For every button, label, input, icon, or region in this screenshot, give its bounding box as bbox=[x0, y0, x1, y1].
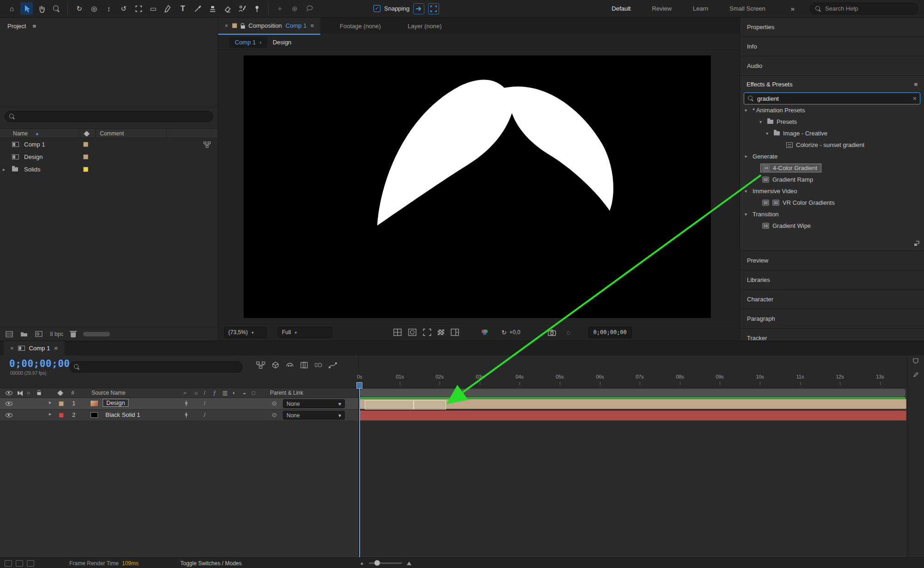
solo-column-icon[interactable]: ○ bbox=[27, 390, 30, 396]
layer-bar-design[interactable] bbox=[360, 399, 906, 409]
eye-icon[interactable] bbox=[6, 402, 12, 406]
layer-label-chip[interactable] bbox=[59, 401, 64, 406]
quality-toggle[interactable]: / bbox=[204, 400, 206, 407]
orbit-camera-tool[interactable]: ↻ bbox=[73, 2, 86, 15]
current-timecode[interactable]: 0;00;00;00 bbox=[9, 358, 70, 369]
tree-folder-presets[interactable]: ▾ Presets bbox=[740, 116, 924, 128]
composition-canvas[interactable] bbox=[244, 55, 711, 318]
axis-mode-world[interactable]: ⊕ bbox=[288, 2, 301, 15]
panel-info[interactable]: Info bbox=[740, 37, 924, 56]
lock-icon[interactable] bbox=[241, 25, 245, 29]
panel-tracker[interactable]: Tracker bbox=[740, 329, 924, 341]
tree-effect-4-color-gradient[interactable]: 16 4-Color Gradient bbox=[740, 162, 924, 174]
tree-folder-image-creative[interactable]: ▾ Image - Creative bbox=[740, 128, 924, 139]
layer-label-chip[interactable] bbox=[59, 413, 64, 418]
close-icon[interactable]: × bbox=[225, 22, 228, 29]
toggle-switches-modes-button[interactable]: Toggle Switches / Modes bbox=[180, 558, 242, 568]
project-search-input[interactable] bbox=[18, 113, 209, 120]
channels-button[interactable] bbox=[480, 329, 490, 336]
layer-row-design[interactable]: ▸ 1 Design / ⊙ None ▾ bbox=[0, 398, 358, 409]
label-column-icon[interactable] bbox=[57, 390, 63, 396]
project-search[interactable] bbox=[5, 111, 213, 122]
puppet-pin-tool[interactable] bbox=[251, 2, 263, 15]
hide-shy-layers-button[interactable] bbox=[285, 361, 294, 369]
column-index[interactable]: # bbox=[71, 390, 74, 396]
eraser-tool[interactable] bbox=[221, 2, 233, 15]
column-name[interactable]: Name bbox=[13, 130, 28, 137]
caret-down-icon[interactable]: ▾ bbox=[745, 212, 749, 217]
layer-row-black-solid[interactable]: ▸ 2 Black Solid 1 / ⊙ None ▾ bbox=[0, 409, 358, 421]
label-color-chip[interactable] bbox=[83, 167, 88, 172]
snapshot-button[interactable] bbox=[547, 329, 557, 336]
column-source-name[interactable]: Source Name bbox=[92, 390, 125, 396]
mini-flowchart-button[interactable] bbox=[256, 361, 266, 369]
panel-paragraph[interactable]: Paragraph bbox=[740, 309, 924, 329]
breadcrumb-comp-button[interactable]: Comp 1 ‹ bbox=[229, 37, 267, 48]
dolly-camera-tool[interactable]: ↕ bbox=[103, 2, 115, 15]
help-search[interactable] bbox=[810, 3, 918, 14]
expand-layer-switches-button[interactable] bbox=[5, 560, 12, 567]
caret-down-icon[interactable]: ▾ bbox=[759, 119, 764, 124]
zoom-in-timeline-icon[interactable] bbox=[407, 562, 411, 565]
motion-blur-button[interactable] bbox=[314, 361, 323, 369]
brush-tool[interactable] bbox=[191, 2, 204, 15]
help-search-input[interactable] bbox=[825, 5, 913, 12]
eye-icon[interactable] bbox=[6, 413, 12, 417]
selection-tool[interactable] bbox=[20, 2, 33, 15]
playhead-handle[interactable] bbox=[356, 382, 362, 389]
project-row-design[interactable]: Design bbox=[0, 151, 218, 163]
color-depth-button[interactable]: 8 bpc bbox=[50, 331, 63, 337]
pickwhip-icon[interactable]: ⊙ bbox=[272, 411, 277, 418]
shy-column-icon[interactable]: ⌐ bbox=[184, 390, 187, 396]
new-composition-icon[interactable] bbox=[35, 331, 43, 337]
column-comment[interactable]: Comment bbox=[100, 130, 124, 137]
expand-inout-panes-button[interactable] bbox=[27, 560, 34, 567]
tree-group-animation-presets[interactable]: ▾ * Animation Presets bbox=[740, 104, 924, 116]
clone-stamp-tool[interactable] bbox=[206, 2, 219, 15]
tree-group-generate[interactable]: ▾ Generate bbox=[740, 151, 924, 162]
caret-down-icon[interactable]: ▾ bbox=[745, 189, 749, 194]
tree-effect-gradient-wipe[interactable]: 16 Gradient Wipe bbox=[740, 220, 924, 232]
trash-icon[interactable] bbox=[71, 332, 76, 337]
layer-bar-black-solid[interactable] bbox=[360, 410, 906, 421]
panel-character[interactable]: Character bbox=[740, 290, 924, 309]
tab-layer[interactable]: Layer (none) bbox=[400, 18, 449, 35]
expander-icon[interactable]: ▸ bbox=[49, 400, 51, 405]
workspace-tab-small-screen[interactable]: Small Screen bbox=[729, 5, 765, 12]
timeline-search-input[interactable] bbox=[83, 364, 239, 370]
frame-blending-button[interactable] bbox=[300, 361, 309, 369]
close-icon[interactable]: × bbox=[10, 345, 14, 352]
hand-tool[interactable] bbox=[35, 2, 48, 15]
work-area-bar[interactable] bbox=[358, 388, 907, 398]
label-column-icon[interactable] bbox=[84, 131, 90, 137]
layer-name[interactable]: Design bbox=[103, 399, 129, 407]
workspace-tab-review[interactable]: Review bbox=[652, 5, 672, 12]
zoom-out-timeline-icon[interactable] bbox=[361, 562, 364, 564]
zoom-tool[interactable] bbox=[50, 2, 62, 15]
time-ruler[interactable]: 0s 01s 02s 03s 04s 05s 06s 07s 08s 09s 1… bbox=[358, 355, 907, 388]
panel-properties[interactable]: Properties bbox=[740, 18, 924, 37]
project-row-comp1[interactable]: Comp 1 bbox=[0, 138, 218, 151]
lock-column-icon[interactable] bbox=[37, 392, 41, 395]
tree-group-transition[interactable]: ▾ Transition bbox=[740, 208, 924, 220]
panel-preview[interactable]: Preview bbox=[740, 251, 924, 270]
clear-search-icon[interactable]: × bbox=[913, 95, 917, 102]
panel-audio[interactable]: Audio bbox=[740, 56, 924, 76]
caret-down-icon[interactable]: ▾ bbox=[745, 154, 749, 159]
resolution-dropdown[interactable]: Full ▾ bbox=[278, 327, 332, 338]
pan-camera-tool[interactable]: ◎ bbox=[88, 2, 100, 15]
axis-mode-local[interactable]: ⌖ bbox=[274, 2, 286, 15]
label-color-chip[interactable] bbox=[83, 142, 88, 147]
column-parent-link[interactable]: Parent & Link bbox=[270, 390, 303, 396]
snap-options-button[interactable] bbox=[428, 3, 439, 14]
effects-search-input[interactable] bbox=[757, 95, 910, 102]
project-panel-menu-icon[interactable]: ≡ bbox=[32, 23, 36, 30]
type-tool[interactable]: T bbox=[177, 2, 189, 15]
panel-resize-corner-icon[interactable] bbox=[913, 240, 920, 246]
comp-marker-bin-icon[interactable] bbox=[912, 358, 919, 364]
rectangle-tool[interactable]: ▭ bbox=[147, 2, 159, 15]
lasso-tool[interactable] bbox=[303, 2, 316, 15]
graph-editor-button[interactable] bbox=[328, 361, 337, 369]
expander-icon[interactable]: ▸ bbox=[49, 411, 51, 416]
collapse-column-icon[interactable]: ☼ bbox=[194, 390, 199, 396]
